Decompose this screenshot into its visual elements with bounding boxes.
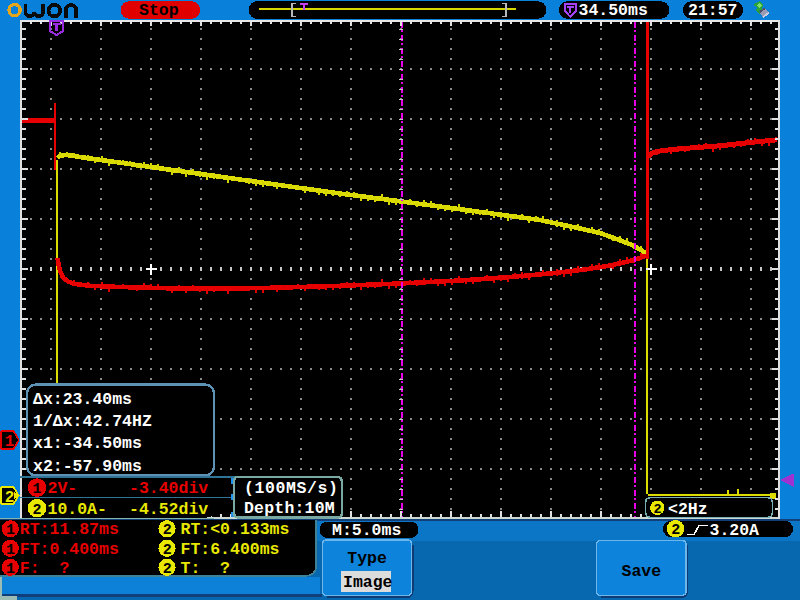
svg-text:Type: Type: [347, 549, 387, 568]
svg-text:Image: Image: [343, 573, 393, 592]
svg-text:RT:<0.133ms: RT:<0.133ms: [181, 520, 290, 539]
svg-text:10.0A-: 10.0A-: [48, 500, 107, 519]
svg-text:F: ?: F: ?: [20, 559, 70, 578]
svg-text:1/Δx:42.74HZ: 1/Δx:42.74HZ: [33, 412, 152, 431]
svg-text:T: ?: T: ?: [181, 559, 231, 578]
svg-text:Depth:10M: Depth:10M: [244, 499, 335, 518]
svg-text:FT:6.400ms: FT:6.400ms: [181, 540, 280, 559]
svg-text:1: 1: [6, 542, 15, 559]
svg-text:RT:11.87ms: RT:11.87ms: [20, 520, 119, 539]
svg-text:(100MS/s): (100MS/s): [244, 479, 339, 498]
svg-text:2V-: 2V-: [48, 479, 78, 498]
svg-text:2: 2: [163, 522, 172, 539]
svg-text:2: 2: [33, 502, 42, 519]
svg-text:2: 2: [654, 502, 662, 517]
svg-text:-4.52div: -4.52div: [129, 500, 208, 519]
svg-text:Δx:23.40ms: Δx:23.40ms: [33, 390, 132, 409]
svg-text:<2Hz: <2Hz: [668, 500, 708, 519]
svg-text:1: 1: [6, 561, 15, 578]
svg-text:Save: Save: [622, 562, 662, 581]
svg-text:21:57: 21:57: [688, 1, 738, 20]
svg-text:x1:-34.50ms: x1:-34.50ms: [33, 434, 142, 453]
svg-text:Stop: Stop: [139, 1, 179, 20]
svg-text:FT:0.400ms: FT:0.400ms: [20, 540, 119, 559]
svg-text:2: 2: [163, 561, 172, 578]
svg-text:2: 2: [163, 542, 172, 559]
svg-text:1: 1: [33, 481, 42, 498]
svg-text:3.20A: 3.20A: [710, 521, 760, 540]
svg-text:1: 1: [5, 433, 15, 451]
svg-text:1: 1: [6, 522, 15, 539]
svg-text:-3.40div: -3.40div: [129, 479, 208, 498]
svg-text:x2:-57.90ms: x2:-57.90ms: [33, 457, 142, 476]
svg-text:34.50ms: 34.50ms: [579, 1, 648, 20]
svg-text:M:5.0ms: M:5.0ms: [332, 521, 401, 540]
svg-text:2: 2: [671, 522, 680, 539]
svg-text:2: 2: [5, 489, 15, 507]
